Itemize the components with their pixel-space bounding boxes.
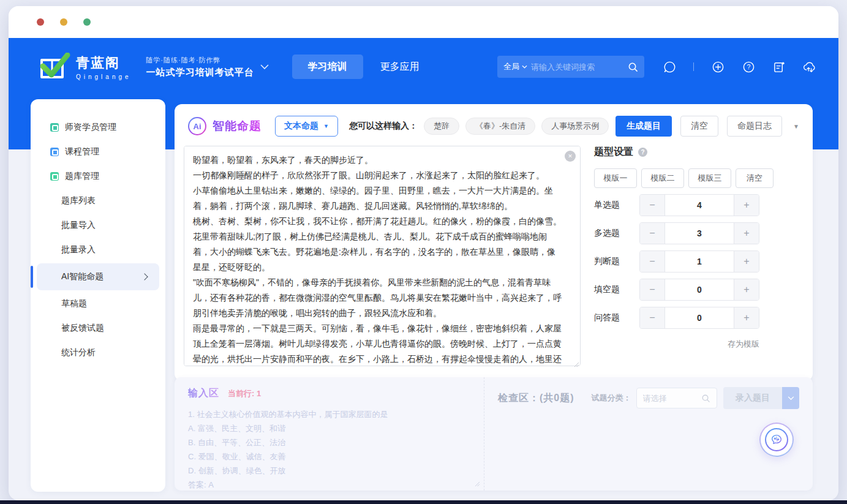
example-chip-hr-scene[interactable]: 人事场景示例	[541, 118, 609, 135]
minus-button[interactable]: −	[640, 195, 664, 216]
app-window: 青蓝阁 Qinglange 随学·随练·随考·防作弊 一站式学习培训考试平台 学…	[9, 6, 838, 500]
check-area-title: 检查区：(共0题)	[498, 392, 574, 405]
source-text-input[interactable]: 盼望着，盼望着，东风来了，春天的脚步近了。 一切都像刚睡醒的样子，欣欣然张开了眼…	[184, 146, 581, 366]
sidebar-item-feedback-questions[interactable]: 被反馈试题	[31, 316, 165, 340]
sample-question-text[interactable]: 1. 社会主义核心价值观的基本内容中，属于国家层面的是 A. 富强、民主、文明、…	[188, 407, 472, 492]
window-zoom-button[interactable]	[83, 18, 91, 26]
clear-text-icon[interactable]: ✕	[565, 151, 576, 162]
chevron-right-icon	[141, 273, 148, 280]
hint-label: 您可以这样输入：	[349, 121, 418, 132]
question-type-settings: 题型设置 ? 模版一 模版二 模版三 清空 单选题 − 4 +	[594, 146, 802, 369]
sidebar-item-batch-import[interactable]: 批量导入	[31, 213, 165, 238]
cloud-sync-icon[interactable]	[803, 60, 816, 73]
category-label: 试题分类：	[592, 393, 631, 404]
resize-handle[interactable]	[574, 362, 579, 367]
current-line-indicator: 当前行: 1	[228, 388, 261, 399]
submit-questions-button[interactable]: 录入题目	[723, 387, 782, 409]
primary-nav: 学习培训 更多应用	[292, 55, 431, 79]
sample-line: A. 富强、民主、文明、和谐	[188, 421, 472, 435]
true-false-count[interactable]: 1	[664, 251, 734, 272]
global-search: 全局	[497, 56, 644, 78]
plus-button[interactable]: +	[734, 195, 759, 216]
template-2-button[interactable]: 模版二	[641, 168, 684, 188]
search-input[interactable]	[531, 62, 624, 72]
multi-choice-label: 多选题	[594, 228, 639, 239]
ai-assistant-float-button[interactable]	[759, 423, 794, 457]
platform-tagline: 随学·随练·随考·防作弊 一站式学习培训考试平台	[146, 56, 254, 78]
brand-name-en: Qinglange	[76, 73, 132, 80]
app-logo[interactable]: 青蓝阁 Qinglange	[36, 53, 132, 81]
header-divider	[693, 62, 694, 71]
sidebar-item-question-bank-list[interactable]: 题库列表	[31, 189, 165, 213]
resize-handle[interactable]	[475, 481, 480, 487]
sidebar-item-statistics[interactable]: 统计分析	[31, 340, 165, 365]
plus-button[interactable]: +	[734, 307, 759, 328]
single-choice-stepper: − 4 +	[639, 194, 759, 216]
short-answer-count[interactable]: 0	[664, 307, 734, 328]
module-icon-teal	[50, 123, 59, 132]
search-scope-dropdown[interactable]: 全局	[503, 61, 527, 72]
sidebar-item-question-bank-mgmt[interactable]: 题库管理	[31, 164, 165, 189]
sidebar-item-course-mgmt[interactable]: 课程管理	[31, 140, 165, 164]
sample-line: B. 自由、平等、公正、法治	[188, 435, 472, 449]
sample-line: C. 爱国、敬业、诚信、友善	[188, 449, 472, 464]
nav-tab-more-apps[interactable]: 更多应用	[369, 55, 431, 79]
example-chip-spring[interactable]: 《春》-朱自清	[465, 118, 535, 135]
sidebar-item-label: 课程管理	[65, 146, 99, 157]
ai-brain-icon	[765, 428, 788, 451]
sidebar-item-draft-questions[interactable]: 草稿题	[31, 291, 165, 316]
search-scope-label: 全局	[503, 61, 519, 72]
clear-button[interactable]: 清空	[680, 116, 718, 137]
template-1-button[interactable]: 模版一	[594, 168, 637, 188]
question-log-button[interactable]: 命题日志	[727, 116, 782, 137]
ai-question-panel: Ai 智能命题 文本命题 ▼ 您可以这样输入： 楚辞 《春》-朱自清 人事场景示…	[175, 104, 813, 381]
entry-check-panel: 输入区 当前行: 1 1. 社会主义核心价值观的基本内容中，属于国家层面的是 A…	[175, 377, 813, 491]
category-select-input[interactable]	[643, 394, 698, 403]
multi-choice-stepper: − 3 +	[639, 222, 759, 244]
platform-switch-chevron-icon[interactable]	[260, 64, 269, 70]
message-icon[interactable]	[663, 60, 676, 73]
brand-name: 青蓝阁	[76, 54, 132, 72]
window-close-button[interactable]	[37, 18, 44, 26]
example-chip-chuci[interactable]: 楚辞	[424, 118, 459, 135]
settings-help-icon[interactable]: ?	[638, 148, 647, 157]
minus-button[interactable]: −	[640, 223, 664, 244]
submit-questions-split-button[interactable]: 录入题目	[723, 387, 799, 409]
fill-blank-count[interactable]: 0	[664, 279, 734, 300]
tagline-top: 随学·随练·随考·防作弊	[146, 56, 254, 65]
window-minimize-button[interactable]	[60, 18, 67, 26]
sidebar-item-label: 批量导入	[61, 220, 96, 231]
plus-button[interactable]: +	[734, 279, 759, 300]
exam-record-icon[interactable]	[772, 60, 786, 73]
sample-line: 1. 社会主义核心价值观的基本内容中，属于国家层面的是	[188, 407, 472, 421]
search-icon[interactable]	[628, 62, 638, 72]
template-clear-button[interactable]: 清空	[736, 168, 774, 188]
single-choice-count[interactable]: 4	[664, 195, 734, 216]
minus-button[interactable]: −	[640, 307, 664, 328]
sidebar-item-batch-entry[interactable]: 批量录入	[31, 238, 165, 262]
mode-select-dropdown[interactable]: 文本命题 ▼	[275, 116, 338, 137]
sidebar-item-ai-question-generation[interactable]: AI智能命题	[37, 263, 159, 290]
single-choice-label: 单选题	[594, 200, 639, 211]
help-icon[interactable]: ?	[742, 60, 755, 73]
add-icon[interactable]	[711, 60, 725, 73]
submit-options-chevron-icon[interactable]	[782, 387, 799, 409]
true-false-label: 判断题	[594, 256, 639, 267]
sidebar-item-teacher-student-mgmt[interactable]: 师资学员管理	[31, 115, 165, 140]
settings-title: 题型设置	[594, 146, 633, 159]
category-select[interactable]	[636, 388, 717, 408]
input-area-title: 输入区	[188, 387, 219, 400]
plus-button[interactable]: +	[734, 223, 759, 244]
sidebar-item-label: 草稿题	[61, 298, 87, 309]
minus-button[interactable]: −	[640, 279, 664, 300]
template-3-button[interactable]: 模版三	[688, 168, 731, 188]
save-as-template-link[interactable]: 存为模版	[594, 339, 759, 350]
multi-choice-count[interactable]: 3	[664, 223, 734, 244]
minus-button[interactable]: −	[640, 251, 664, 272]
page-title: 智能命题	[213, 118, 262, 134]
nav-tab-learning[interactable]: 学习培训	[292, 55, 363, 79]
sidebar: 师资学员管理 课程管理 题库管理 题库列表 批量导入 批量录入 AI智能命题 草…	[31, 99, 165, 492]
generate-questions-button[interactable]: 生成题目	[615, 116, 672, 137]
plus-button[interactable]: +	[734, 251, 759, 272]
collapse-caret-icon[interactable]: ▼	[793, 123, 799, 130]
